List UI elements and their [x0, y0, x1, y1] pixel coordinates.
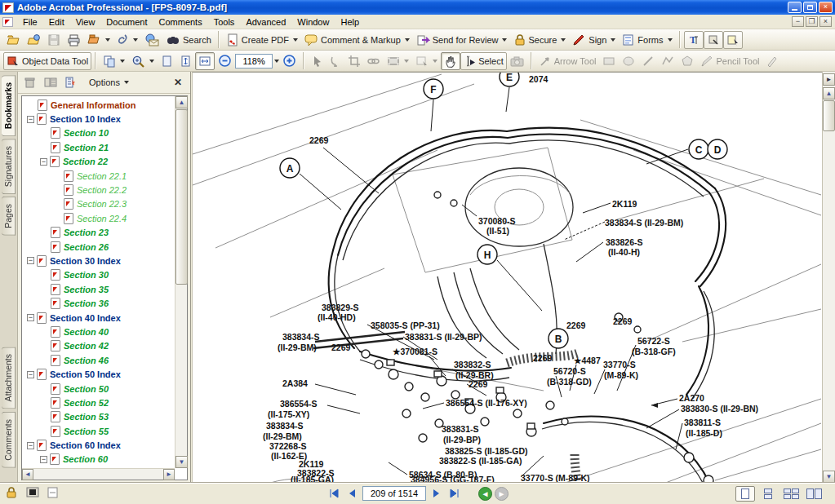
send-for-review-dropdown[interactable]: Send for Review	[413, 31, 511, 49]
fit-width-button[interactable]	[195, 52, 215, 70]
menu-tools[interactable]: Tools	[208, 15, 241, 29]
polygon-line-tool[interactable]	[658, 52, 677, 70]
document-scrollbar[interactable]: ► ▲ ▼	[822, 72, 835, 483]
continuous-layout-button[interactable]	[758, 486, 778, 502]
nav-tab-bookmarks[interactable]: Bookmarks	[2, 75, 16, 136]
nav-tab-pages[interactable]: Pages	[2, 197, 16, 236]
collapse-toggle[interactable]: −	[27, 257, 34, 264]
menu-file[interactable]: File	[17, 15, 43, 29]
fit-page-button[interactable]	[176, 52, 195, 70]
scroll-up-arrow[interactable]: ▲	[175, 96, 188, 108]
email-button[interactable]	[141, 31, 162, 49]
forms-dropdown[interactable]: Forms	[619, 31, 675, 49]
last-page-button[interactable]	[447, 486, 464, 501]
bookmark-item[interactable]: −Section 30 Index	[22, 254, 175, 267]
menu-advanced[interactable]: Advanced	[240, 15, 291, 29]
touchup-text-button[interactable]: T	[684, 31, 704, 49]
collapse-toggle[interactable]: −	[40, 456, 47, 463]
hand-tool-button[interactable]	[441, 52, 460, 70]
new-bookmark-icon[interactable]	[64, 76, 78, 89]
options-menu-button[interactable]: Options	[89, 77, 129, 87]
page-number-input[interactable]	[362, 486, 426, 501]
child-minimize-button[interactable]: −	[792, 16, 804, 27]
minimize-button[interactable]	[788, 2, 802, 13]
touchup-object-button[interactable]	[704, 31, 723, 49]
bookmark-item[interactable]: −Section 10 Index	[22, 112, 175, 126]
bookmark-item[interactable]: Section 40	[22, 325, 175, 338]
expand-current-bookmark-icon[interactable]	[43, 76, 57, 89]
organizer-button[interactable]	[24, 31, 44, 49]
scroll-down-arrow[interactable]: ▼	[175, 456, 188, 468]
close-button[interactable]: ×	[819, 2, 833, 13]
bookmarks-horizontal-scrollbar[interactable]: ◄ ►	[22, 468, 175, 480]
bookmark-item[interactable]: −Section 60	[22, 453, 175, 466]
collapse-toggle[interactable]: −	[27, 371, 34, 378]
bookmark-item[interactable]: Section 22.3	[22, 197, 175, 211]
facing-layout-button[interactable]	[804, 486, 824, 502]
single-page-layout-button[interactable]	[735, 486, 755, 502]
rectangle-tool[interactable]	[599, 52, 619, 70]
continuous-facing-layout-button[interactable]	[781, 486, 801, 502]
bookmark-item[interactable]: General Information	[22, 98, 175, 112]
open-button[interactable]	[3, 31, 24, 49]
crop-tool[interactable]	[344, 52, 363, 70]
bookmark-item[interactable]: Section 50	[22, 382, 175, 396]
child-close-button[interactable]: ×	[819, 16, 832, 27]
bookmark-item[interactable]: −Section 22	[22, 155, 175, 169]
zoom-in-button[interactable]	[279, 52, 300, 70]
bookmark-item[interactable]: Section 30	[22, 268, 175, 282]
child-restore-button[interactable]: ❐	[806, 16, 818, 27]
nav-tab-attachments[interactable]: Attachments	[2, 347, 16, 409]
bookmark-item[interactable]: Section 26	[22, 240, 175, 254]
arrow-tool-button[interactable]: Arrow Tool	[535, 52, 600, 70]
bookmark-item[interactable]: Section 42	[22, 339, 175, 353]
bookmark-item[interactable]: Section 46	[22, 353, 175, 367]
collapse-toggle[interactable]: −	[27, 442, 34, 449]
movie-tool-dropdown[interactable]	[384, 52, 412, 70]
collapse-toggle[interactable]: −	[40, 158, 47, 166]
actual-size-button[interactable]	[158, 52, 176, 70]
scroll-thumb[interactable]	[175, 109, 188, 285]
line-tool[interactable]	[638, 52, 658, 70]
secure-dropdown[interactable]: Secure	[510, 31, 569, 49]
menu-window[interactable]: Window	[291, 15, 335, 29]
print-button[interactable]	[64, 31, 84, 49]
doc-scroll-up-arrow[interactable]: ▲	[823, 87, 835, 99]
comment-markup-dropdown[interactable]: Comment & Markup	[301, 31, 413, 49]
first-page-button[interactable]	[325, 486, 341, 501]
zoom-out-button[interactable]	[215, 52, 235, 70]
link-tool[interactable]	[363, 52, 384, 70]
doc-scroll-down-arrow[interactable]: ▼	[823, 471, 835, 483]
bookmark-item[interactable]: Section 23	[22, 226, 175, 240]
bookmark-item[interactable]: Section 53	[22, 410, 175, 424]
bookmark-item[interactable]: −Section 40 Index	[22, 311, 175, 325]
bookmark-item[interactable]: Section 22.4	[22, 211, 175, 225]
menu-view[interactable]: View	[70, 15, 101, 29]
restore-button[interactable]	[803, 2, 817, 13]
menu-edit[interactable]: Edit	[43, 15, 70, 29]
snapshot-tool[interactable]	[507, 52, 527, 70]
bookmark-item[interactable]: −Section 60 Index	[22, 438, 175, 452]
zoom-level-input[interactable]	[235, 54, 273, 69]
bookmark-item[interactable]: Section 22.2	[22, 183, 175, 197]
select-object-button[interactable]	[723, 31, 743, 49]
doc-scroll-thumb[interactable]	[823, 100, 835, 131]
bookmark-item[interactable]: Section 55	[22, 424, 175, 438]
close-panel-button[interactable]: ✕	[171, 77, 185, 88]
next-page-button[interactable]	[429, 486, 445, 501]
document-page[interactable]: 22692074370080-S(II-51)2K119383834-S (II…	[192, 72, 822, 483]
create-pdf-dropdown[interactable]: Create PDF	[223, 31, 301, 49]
bookmark-item[interactable]: Section 21	[22, 140, 175, 154]
page-size-icon[interactable]	[47, 487, 58, 502]
nav-tab-comments[interactable]: Comments	[2, 412, 16, 468]
next-view-button[interactable]: ►	[495, 487, 509, 501]
pencil-eraser-tool[interactable]	[762, 52, 782, 70]
menu-comments[interactable]: Comments	[153, 15, 208, 29]
form-field-dropdown[interactable]	[412, 52, 441, 70]
delete-bookmark-icon[interactable]	[23, 76, 37, 89]
select-arrow-tool[interactable]	[308, 52, 326, 70]
polygon-tool[interactable]	[677, 52, 697, 70]
attach-dropdown[interactable]	[113, 31, 141, 49]
select-tool-button[interactable]: Select	[460, 52, 507, 70]
oval-tool[interactable]	[619, 52, 638, 70]
